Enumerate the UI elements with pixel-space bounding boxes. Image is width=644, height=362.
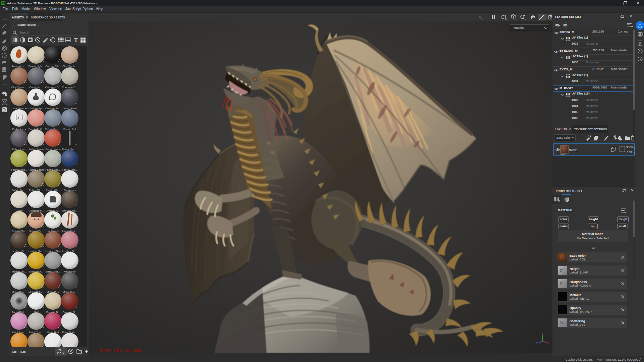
svg-text:X: X: [547, 342, 549, 344]
svg-text:Z: Z: [536, 342, 538, 344]
svg-text:Y: Y: [542, 333, 543, 335]
svg-text:T: T: [74, 37, 78, 43]
